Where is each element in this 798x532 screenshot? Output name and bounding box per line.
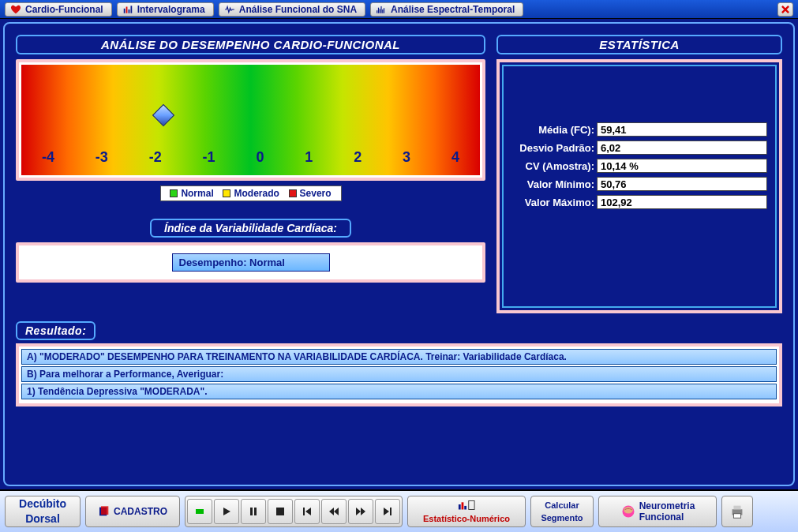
tick: -3 [96,149,108,166]
stat-row-max: Valor Máximo: 102,92 [511,194,767,210]
svg-marker-18 [305,508,311,515]
calc-line1: Calcular [545,500,579,510]
stat-row-media: Média (FC): 59,41 [511,122,767,137]
svg-point-30 [624,507,633,513]
tick: 2 [354,149,362,166]
svg-rect-28 [469,500,474,509]
bar-chart-icon [122,4,133,15]
bottom-toolbar: Decúbito Dorsal CADASTRO Estatístico-Num… [0,489,798,532]
legend-normal: Normal [181,188,213,199]
result-header: Resultado: [16,321,96,340]
neuro-line1: Neurometria [639,500,695,511]
cadastro-label: CADASTRO [114,506,167,517]
cadastro-button[interactable]: CADASTRO [85,496,180,527]
tick: 1 [305,149,313,166]
tab-label: Análise Funcional do SNA [239,4,357,15]
stat-label: CV (Amostra): [511,160,597,172]
rewind-button[interactable] [321,499,347,524]
close-button[interactable] [777,2,793,17]
svg-rect-14 [250,508,253,515]
tab-label: Intervalograma [137,4,205,15]
svg-rect-12 [196,509,204,514]
forward-icon [355,507,366,516]
svg-marker-21 [356,508,361,515]
svg-rect-4 [377,10,377,13]
calc-segment-button[interactable]: Calcular Segmento [530,496,594,527]
result-line: A) "MODERADO" DESEMPENHO PARA TREINAMENT… [21,349,777,365]
svg-rect-25 [459,504,461,509]
pause-icon [249,507,258,516]
skip-end-button[interactable] [375,499,400,524]
print-button[interactable] [721,496,753,527]
printer-icon [729,501,746,522]
brain-icon [620,504,636,519]
scale-tick-labels: -4 -3 -2 -1 0 1 2 3 4 [21,149,480,166]
svg-marker-20 [334,508,339,515]
tab-label: Cardio-Funcional [25,4,103,15]
spectrum-icon [376,4,387,15]
stat-row-min: Valor Mínimo: 50,76 [511,176,767,192]
color-scale: -4 -3 -2 -1 0 1 2 3 4 [21,65,480,175]
stat-value: 6,02 [597,140,767,155]
swatch-severo [289,189,297,197]
svg-rect-17 [303,508,305,515]
swatch-moderado [223,189,230,197]
legend-moderado: Moderado [234,188,279,199]
stat-numeric-icon [458,500,475,511]
stat-value: 102,92 [597,195,767,209]
top-tab-bar: Cardio-Funcional Intervalograma Análise … [0,0,798,19]
mode-decubito-button[interactable]: Decúbito Dorsal [5,496,81,527]
svg-rect-16 [276,508,284,515]
svg-rect-0 [123,8,125,13]
forward-button[interactable] [348,499,373,524]
stat-label: Média (FC): [511,124,597,136]
close-icon [780,4,791,15]
play-button[interactable] [214,499,239,524]
tab-intervalograma[interactable]: Intervalograma [117,2,214,17]
play-icon [222,507,231,516]
tab-cardio-funcional[interactable]: Cardio-Funcional [5,2,112,17]
stats-panel: Média (FC): 59,41 Desvio Padrão: 6,02 CV… [496,59,782,313]
result-line: 1) Tendência Depressiva "MODERADA". [21,384,777,399]
result-line: B) Para melhorar a Performance, Averigua… [21,366,777,382]
stat-row-cv: CV (Amostra): 10,14 % [511,158,767,174]
legend-severo: Severo [300,188,332,199]
swatch-normal [170,189,178,197]
tab-analise-sna[interactable]: Análise Funcional do SNA [219,2,365,17]
stat-label: Valor Mínimo: [511,178,597,190]
analysis-header: ANÁLISE DO DESEMPENHO CARDIO-FUNCIONAL [16,35,485,54]
svg-rect-15 [254,508,257,515]
variability-header: Índice da Variabilidade Cardíaca: [150,219,351,238]
rewind-icon [328,507,339,516]
skip-start-button[interactable] [294,499,320,524]
tick: 4 [451,149,459,166]
record-icon [195,507,204,516]
svg-rect-33 [733,514,740,519]
tick: 3 [403,149,410,166]
neuro-line2: Funcional [639,511,695,523]
scale-legend: Normal Moderado Severo [160,185,342,201]
stop-icon [275,507,285,516]
result-panel: A) "MODERADO" DESEMPENHO PARA TREINAMENT… [16,343,782,406]
skip-end-icon [383,507,392,516]
neurometria-button[interactable]: Neurometria Funcional [598,496,717,527]
skip-start-icon [302,507,312,516]
svg-rect-5 [378,7,379,13]
stop-button[interactable] [268,499,293,524]
svg-rect-26 [462,502,464,509]
stat-label: Desvio Padrão: [511,142,597,154]
pause-button[interactable] [241,499,266,524]
svg-rect-6 [380,9,380,13]
svg-rect-1 [126,6,127,13]
svg-rect-2 [128,9,129,13]
record-button[interactable] [187,499,212,524]
svg-marker-23 [384,508,389,515]
scale-panel: -4 -3 -2 -1 0 1 2 3 4 [16,59,485,181]
tab-analise-espectral[interactable]: Análise Espectral-Temporal [370,2,523,17]
mode-line2: Dorsal [25,513,60,525]
stat-value: 59,41 [597,122,767,137]
stat-row-dp: Desvio Padrão: 6,02 [511,140,767,155]
stat-numeric-button[interactable]: Estatístico-Numérico [407,496,526,527]
mode-line1: Decúbito [19,498,66,510]
tick: -4 [42,149,54,166]
